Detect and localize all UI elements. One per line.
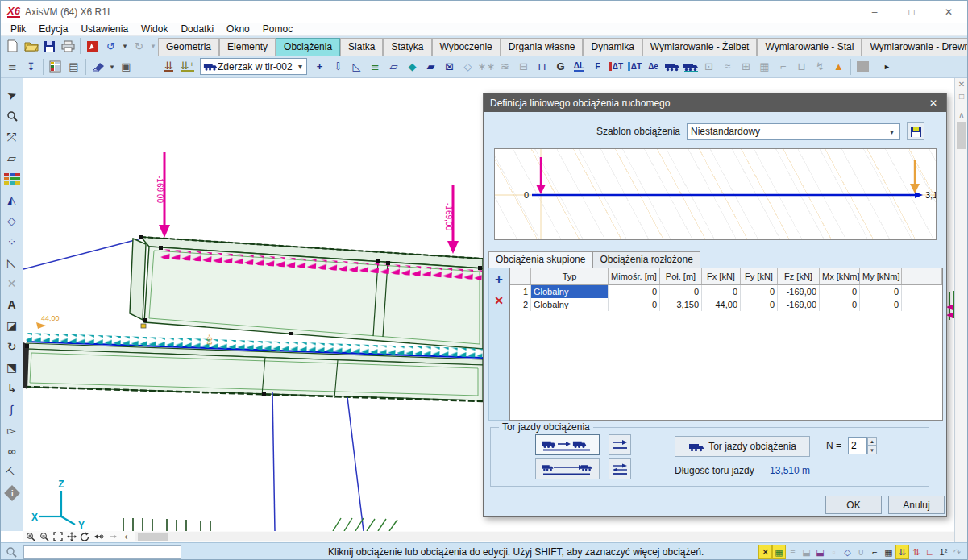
- tension-force-button[interactable]: F: [588, 58, 607, 76]
- redo-button[interactable]: ↻: [130, 37, 148, 55]
- panel-restore-button[interactable]: □: [955, 90, 968, 102]
- add-row-button[interactable]: +: [495, 272, 503, 288]
- table-toggle-button[interactable]: ▦: [882, 545, 895, 559]
- selection-button[interactable]: ➤: [2, 85, 22, 106]
- color-coding-button[interactable]: [2, 168, 22, 189]
- load-path-button[interactable]: Tor jazdy obciążenia: [675, 436, 810, 457]
- cell-mx[interactable]: 0: [820, 298, 860, 311]
- print-button[interactable]: [59, 37, 77, 55]
- display-rows-button[interactable]: ≡: [786, 545, 800, 559]
- tab-geometria[interactable]: Geometria: [158, 38, 219, 56]
- tab-statyka[interactable]: Statyka: [383, 38, 431, 56]
- cell-pol[interactable]: 3,150: [660, 298, 702, 311]
- tab-elementy[interactable]: Elementy: [219, 38, 276, 56]
- load-cases-button[interactable]: ⇊: [160, 58, 178, 76]
- influence-diagram-button[interactable]: ⊡: [700, 58, 718, 76]
- redo-menu-button[interactable]: ▾: [148, 37, 158, 55]
- polyline-button[interactable]: ↳: [2, 378, 22, 399]
- fluid-load-button[interactable]: ⊔: [792, 58, 811, 76]
- mesh-nodes-button[interactable]: ⁘: [2, 231, 22, 252]
- model-below-dialog[interactable]: [123, 518, 210, 531]
- table-row[interactable]: 1 Globalny 0 0 0 0 -169,00 0 0: [510, 285, 942, 298]
- status-search-button[interactable]: [1, 544, 22, 560]
- loads-table[interactable]: Typ Mimośr. [m] Poł. [m] Fx [kN] Fy [kN]…: [509, 268, 943, 421]
- cell-mx[interactable]: 0: [820, 285, 860, 298]
- load-groups-button[interactable]: ⇊⁺: [178, 58, 197, 76]
- cell-fz[interactable]: -169,00: [778, 285, 820, 298]
- self-weight-button[interactable]: G: [551, 58, 570, 76]
- cell-fx[interactable]: 44,00: [702, 298, 741, 311]
- table-browser-button[interactable]: [46, 58, 64, 76]
- moving-surface-load-button[interactable]: [681, 58, 700, 76]
- renumbering-button[interactable]: ↻: [2, 336, 22, 357]
- horizontal-scrollbar[interactable]: [135, 532, 956, 541]
- moving-load-steps-button[interactable]: ⌐: [774, 58, 792, 76]
- cell-fy[interactable]: 0: [741, 298, 778, 311]
- menu-ustawienia[interactable]: Ustawienia: [74, 23, 135, 35]
- report-maker-button[interactable]: ▤: [64, 58, 83, 76]
- remove-dimension-button[interactable]: ✕: [2, 273, 22, 294]
- load-panel-button[interactable]: ⊠: [440, 58, 459, 76]
- cell-fx[interactable]: 0: [702, 285, 741, 298]
- delete-toggle-button[interactable]: ✕: [758, 545, 772, 559]
- tab-wymiarowanie-stal[interactable]: Wymiarowanie - Stal: [757, 38, 862, 56]
- previous-view-button[interactable]: [92, 531, 106, 542]
- direction-round-trip-button[interactable]: [609, 458, 631, 479]
- menu-edycja[interactable]: Edycja: [32, 23, 74, 35]
- spin-down-button[interactable]: ▼: [867, 446, 877, 454]
- cell-mimosr[interactable]: 0: [609, 298, 660, 311]
- zoom-in-button[interactable]: [23, 531, 37, 542]
- grid-snap-button[interactable]: ▦: [772, 545, 786, 559]
- history-button[interactable]: ↷: [950, 545, 964, 559]
- ok-button[interactable]: OK: [825, 496, 882, 514]
- menu-dodatki[interactable]: Dodatki: [174, 23, 220, 35]
- tab-distributed-loads[interactable]: Obciążenia rozłożone: [592, 251, 700, 268]
- imperfection-button[interactable]: ↯: [811, 58, 829, 76]
- color-swatch-button[interactable]: [854, 58, 872, 76]
- cell-typ[interactable]: Globalny: [531, 298, 609, 311]
- dynamic-load-button[interactable]: ≈: [718, 58, 737, 76]
- trajectory-button[interactable]: ⌐: [868, 545, 882, 559]
- wind-load-button[interactable]: ≋: [496, 58, 514, 76]
- nodal-load-button[interactable]: +: [310, 58, 329, 76]
- moving-line-load-button[interactable]: [663, 58, 681, 76]
- cell-mimosr[interactable]: 0: [609, 285, 660, 298]
- tab-wymiarowanie-zelbet[interactable]: Wymiarowanie - Żelbet: [642, 38, 758, 56]
- thermal-line-button[interactable]: ΔT: [607, 58, 625, 76]
- close-button[interactable]: ✕: [930, 1, 967, 23]
- cell-fz[interactable]: -169,00: [778, 298, 820, 311]
- zoom-fit-button[interactable]: [51, 531, 64, 542]
- pushover-load-button[interactable]: ▦: [755, 58, 774, 76]
- undo-button[interactable]: ↺: [102, 37, 120, 55]
- open-model-button[interactable]: [22, 37, 40, 55]
- model-right-sliver[interactable]: [946, 291, 953, 320]
- load-display-button[interactable]: ⇊: [895, 545, 909, 559]
- arc-button[interactable]: ∪: [854, 545, 868, 559]
- workplane-button[interactable]: ⬓: [800, 545, 813, 559]
- surface-dead-load-button[interactable]: ⊟: [514, 58, 533, 76]
- tab-siatka[interactable]: Siatka: [340, 38, 383, 56]
- next-view-button[interactable]: [106, 531, 119, 542]
- hscroll-thumb[interactable]: [138, 533, 168, 541]
- tab-dynamika[interactable]: Dynamika: [583, 38, 642, 56]
- save-drawing-button[interactable]: ▣: [117, 58, 135, 76]
- cell-my[interactable]: 0: [860, 285, 902, 298]
- zoom-tool-button[interactable]: [2, 106, 22, 127]
- support-line-1[interactable]: [272, 392, 275, 531]
- tab-obciazenia[interactable]: Obciążenia: [276, 38, 340, 56]
- section-plane-button[interactable]: ◪: [2, 315, 22, 336]
- template-combo[interactable]: Niestandardowy ▾: [687, 123, 900, 140]
- surface-load-button[interactable]: ▱: [384, 58, 403, 76]
- eraser-menu-button[interactable]: ▾: [107, 58, 117, 76]
- dialog-title-bar[interactable]: Definicja liniowego obciążenia ruchomego…: [484, 93, 946, 112]
- save-model-button[interactable]: [40, 37, 59, 55]
- text-box-button[interactable]: A: [2, 294, 22, 315]
- support-marker[interactable]: [141, 324, 146, 328]
- panel-close-button[interactable]: ✕: [955, 78, 968, 90]
- support-line-2[interactable]: [347, 397, 364, 531]
- minimize-button[interactable]: –: [856, 1, 893, 23]
- story-level-button[interactable]: ↧: [22, 58, 40, 76]
- direction-one-way-button[interactable]: [609, 434, 631, 455]
- truck-mode-both-button[interactable]: [535, 434, 600, 455]
- cell-typ[interactable]: Globalny: [531, 285, 609, 298]
